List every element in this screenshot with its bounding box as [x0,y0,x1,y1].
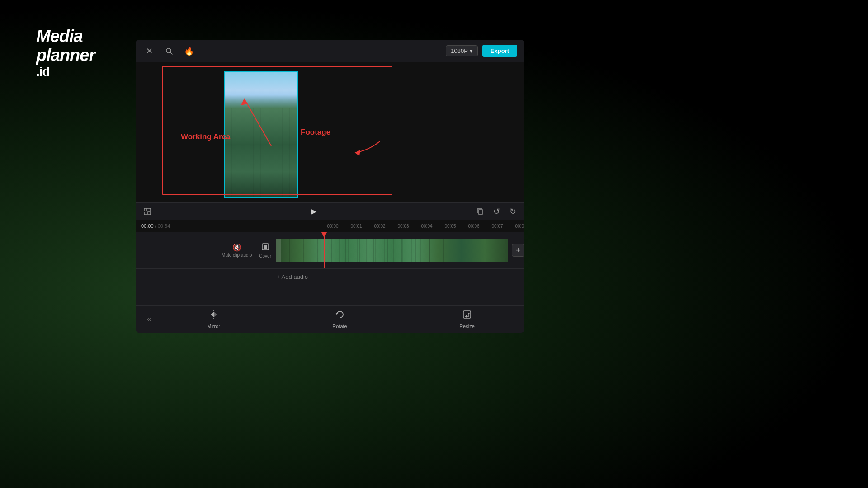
mute-icon: 🔇 [232,243,241,252]
play-button[interactable]: ▶ [311,207,316,216]
svg-rect-11 [478,210,483,214]
svg-marker-18 [467,313,470,314]
controls-left [141,205,154,218]
resize-icon [462,310,472,322]
playback-controls: ▶ [311,207,316,216]
svg-marker-19 [465,315,467,318]
resolution-arrow-icon: ▾ [470,47,473,54]
redo-button[interactable]: ↻ [506,205,519,218]
rotate-icon [335,310,345,322]
controls-bar: ▶ ↺ ↻ [136,202,524,220]
time-marker-8: 00:08 [509,224,524,229]
time-marker-7: 00:07 [486,224,509,229]
time-marker-1: 00:01 [344,224,368,229]
toolbar-toggle-button[interactable]: « [143,313,156,326]
rotate-tool-button[interactable]: Rotate [332,310,347,329]
logo-line3: .id [36,65,95,79]
editor-window: ✕ 🔥 1080P ▾ Export [136,40,524,333]
top-bar-right: 1080P ▾ Export [446,45,517,57]
copy-button[interactable] [474,205,486,218]
playhead-head [321,232,327,238]
time-marker-4: 00:04 [415,224,439,229]
svg-rect-13 [264,245,267,249]
footage-sky [225,72,297,108]
svg-rect-15 [463,311,471,318]
svg-rect-5 [144,208,147,211]
logo: Media planner .id [36,27,95,79]
track-controls: 🔇 Mute clip audio Cover [136,243,276,258]
resolution-dropdown[interactable]: 1080P ▾ [446,45,478,56]
mirror-tool-button[interactable]: Mirror [207,310,220,329]
logo-line1: Media [36,27,95,46]
top-bar: ✕ 🔥 1080P ▾ Export [136,40,524,62]
svg-rect-6 [148,212,151,215]
current-time: 00:00 / 00:34 [141,223,170,229]
time-marker-5: 00:05 [439,224,462,229]
timeline-area: 00:00 / 00:34 00:00 00:01 00:02 00:03 00… [136,220,524,310]
mute-clip-button[interactable]: 🔇 Mute clip audio [222,243,252,258]
cover-button[interactable]: Cover [259,243,271,258]
time-marker-6: 00:06 [462,224,486,229]
track-clip[interactable] [276,239,508,262]
time-marker-3: 00:03 [392,224,415,229]
fire-button[interactable]: 🔥 [183,45,195,57]
preview-bg [136,62,524,202]
add-track-button[interactable]: + [512,244,524,257]
fullscreen-button[interactable] [141,205,154,218]
top-bar-left: ✕ 🔥 [143,45,195,57]
time-ruler: 00:00 / 00:34 00:00 00:01 00:02 00:03 00… [136,220,524,232]
logo-line2: planner [36,46,95,65]
time-marker-2: 00:02 [368,224,392,229]
playhead [324,232,325,268]
bottom-toolbar: « Mirror Rota [136,305,524,333]
cover-icon [261,243,269,253]
close-button[interactable]: ✕ [143,45,156,57]
mirror-icon [209,310,219,322]
toolbar-tools: Mirror Rotate [165,310,517,329]
resolution-value: 1080P [451,47,468,54]
export-button[interactable]: Export [482,45,517,57]
svg-marker-14 [335,313,338,314]
timeline-track-area: 🔇 Mute clip audio Cover [136,232,524,268]
clip-texture [276,239,508,262]
svg-line-1 [170,52,172,54]
add-audio-label[interactable]: + Add audio [277,273,308,280]
footage-video [224,71,298,198]
time-marker-0: 00:00 [321,224,344,229]
controls-right: ↺ ↻ [474,205,519,218]
add-audio-row: + Add audio [136,268,524,285]
preview-area: Working Area Footage [136,62,524,202]
resize-tool-button[interactable]: Resize [459,310,475,329]
search-button[interactable] [163,45,175,57]
undo-button[interactable]: ↺ [490,205,503,218]
